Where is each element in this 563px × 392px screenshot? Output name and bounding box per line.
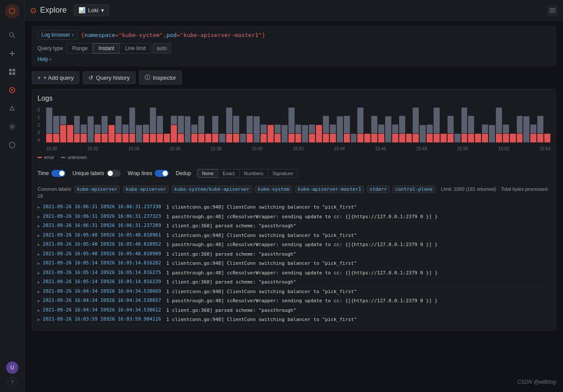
log-message: 1 passthrough.go:48] ccResolverWrapper: … (166, 270, 438, 277)
sidebar: ⬡ (0, 0, 25, 392)
tab-line-limit[interactable]: Line limit (119, 43, 151, 54)
log-entry[interactable]: ▶ 2021-09-26 16:06:31 I0926 16:06:31.237… (37, 213, 550, 222)
dedup-exact[interactable]: Exact (218, 169, 240, 178)
log-message: 1 clientconn.go:948] ClientConn switchin… (166, 288, 357, 296)
plus-icon: + (37, 74, 41, 81)
log-entry[interactable]: ▶ 2021-09-26 16:03:59 I0926 16:03:59.984… (37, 315, 550, 325)
sidebar-item-alerting[interactable] (4, 101, 20, 116)
label-tag[interactable]: kube-apiserver (75, 186, 120, 193)
chart-x-labels: 15:3015:3215:3415:3615:3815:4015:4215:44… (46, 146, 550, 151)
query-bar-top: Log browser › {namespace="kube-system",p… (37, 30, 550, 40)
log-entry[interactable]: ▶ 2021-09-26 16:05:14 I0926 16:05:14.816… (37, 278, 550, 287)
log-browser-button[interactable]: Log browser › (37, 30, 78, 40)
wrap-lines-label: Wrap lines (128, 170, 152, 176)
log-expand-arrow: ▶ (37, 242, 40, 247)
label-tag[interactable]: kube-apiserver-master1 (295, 186, 364, 193)
add-query-label: + Add query (44, 74, 74, 81)
log-expand-arrow: ▶ (37, 261, 40, 266)
label-tag[interactable]: stderr (367, 186, 390, 193)
log-expand-arrow: ▶ (37, 308, 40, 313)
log-expand-arrow: ▶ (37, 252, 40, 257)
dedup-numbers[interactable]: Numbers (239, 169, 268, 178)
log-timestamp: 2021-09-26 16:04:34 I0926 16:04:34.53861… (43, 307, 161, 313)
svg-point-12 (11, 126, 14, 128)
log-entry[interactable]: ▶ 2021-09-26 16:05:48 I0926 16:05:48.810… (37, 250, 550, 260)
grafana-logo[interactable]: ⬡ (4, 3, 20, 19)
log-controls: Time Unique labels Wrap lines Dedup None… (37, 165, 550, 182)
wrap-lines-control: Wrap lines (128, 170, 169, 177)
log-entry[interactable]: ▶ 2021-09-26 16:05:48 I0926 16:05:48.810… (37, 231, 550, 241)
time-label: Time (37, 170, 49, 176)
sidebar-item-add[interactable] (4, 46, 20, 61)
page-title-text: Explore (40, 6, 67, 15)
log-expand-arrow: ▶ (37, 298, 40, 303)
tab-instant[interactable]: Instant (93, 43, 120, 54)
svg-rect-7 (13, 69, 15, 71)
add-query-button[interactable]: + + Add query (32, 71, 79, 84)
log-entry[interactable]: ▶ 2021-09-26 16:04:34 I0926 16:04:34.538… (37, 297, 550, 306)
log-chart: 4 3 2 1 0 15:3015:3215:3415:3615:3815:40… (37, 108, 550, 151)
unique-labels-label: Unique labels (72, 170, 104, 176)
chart-y-labels: 4 3 2 1 0 (37, 108, 45, 142)
dedup-signature[interactable]: Signature (268, 169, 298, 178)
explore-icon: ⊙ (30, 6, 37, 15)
user-avatar[interactable]: U (6, 362, 18, 374)
chart-bars (46, 108, 550, 142)
help-link[interactable]: Help › (37, 54, 550, 62)
log-message: 1 client.go:360] parsed scheme: "passthr… (166, 223, 296, 230)
svg-line-3 (13, 36, 15, 38)
time-control: Time (37, 170, 65, 177)
datasource-selector[interactable]: 📊 Loki ▾ (74, 4, 109, 16)
log-message: 1 client.go:360] parsed scheme: "passthr… (166, 307, 296, 314)
common-labels-prefix: Common labels: (37, 186, 74, 192)
help-label: Help (37, 56, 48, 62)
log-timestamp: 2021-09-26 16:05:14 I0926 16:05:14.81623… (43, 279, 161, 284)
log-message: 1 passthrough.go:48] ccResolverWrapper: … (166, 241, 438, 249)
sidebar-item-dashboards[interactable] (4, 64, 20, 80)
log-entry[interactable]: ▶ 2021-09-26 16:05:48 I0926 16:05:48.810… (37, 240, 550, 250)
label-tag[interactable]: kube-system/kube-apiserver (172, 186, 252, 193)
query-type-row: Query type Range Instant Line limit auto (37, 43, 550, 54)
label-tag[interactable]: control-plane (393, 186, 435, 193)
log-message: 1 clientconn.go:948] ClientConn switchin… (166, 316, 357, 324)
log-entry[interactable]: ▶ 2021-09-26 16:05:14 I0926 16:05:14.816… (37, 259, 550, 269)
sidebar-item-search[interactable] (4, 27, 20, 43)
dedup-control: Dedup None Exact Numbers Signature (176, 169, 298, 178)
sidebar-toggle-button[interactable] (547, 5, 558, 16)
log-timestamp: 2021-09-26 16:05:48 I0926 16:05:48.81095… (43, 241, 161, 247)
unique-labels-toggle[interactable] (107, 170, 121, 177)
sidebar-item-shield[interactable] (4, 137, 20, 153)
label-tag[interactable]: kube-apiserver (123, 186, 169, 193)
query-bar: Log browser › {namespace="kube-system",p… (32, 26, 556, 66)
log-entries: ▶ 2021-09-26 16:06:31 I0926 16:06:31.237… (37, 203, 550, 325)
log-entry[interactable]: ▶ 2021-09-26 16:04:34 I0926 16:04:34.538… (37, 306, 550, 316)
time-toggle[interactable] (51, 170, 65, 177)
wrap-lines-toggle[interactable] (155, 170, 169, 177)
log-entry[interactable]: ▶ 2021-09-26 16:04:34 I0926 16:04:34.538… (37, 287, 550, 297)
log-expand-arrow: ▶ (37, 289, 40, 294)
legend-unknown: unknown (61, 155, 87, 160)
sidebar-item-explore[interactable] (4, 82, 20, 98)
label-tag[interactable]: kube-system (255, 186, 292, 193)
log-timestamp: 2021-09-26 16:06:31 I0926 16:06:31.23732… (43, 213, 161, 219)
log-expand-arrow: ▶ (37, 317, 40, 322)
legend-error: error (37, 155, 54, 160)
log-entry[interactable]: ▶ 2021-09-26 16:06:31 I0926 16:06:31.237… (37, 222, 550, 231)
svg-rect-13 (549, 8, 556, 9)
common-labels-bar: Common labels: kube-apiserver kube-apise… (37, 185, 550, 200)
log-entry[interactable]: ▶ 2021-09-26 16:05:14 I0926 16:05:14.816… (37, 269, 550, 278)
log-message: 1 passthrough.go:48] ccResolverWrapper: … (166, 213, 438, 221)
chevron-right-icon-help: › (50, 56, 51, 62)
query-history-button[interactable]: ↺ Query history (83, 71, 135, 84)
topbar: ⊙ Explore 📊 Loki ▾ (25, 0, 563, 21)
sidebar-item-help[interactable]: ? (7, 377, 17, 387)
inspector-button[interactable]: ⓘ Inspector (139, 71, 182, 84)
tab-range[interactable]: Range (67, 43, 93, 54)
page-title: ⊙ Explore (30, 6, 67, 15)
dedup-none[interactable]: None (197, 169, 218, 178)
sidebar-item-settings[interactable] (4, 119, 20, 135)
log-entry[interactable]: ▶ 2021-09-26 16:06:31 I0926 16:06:31.237… (37, 203, 550, 213)
svg-rect-9 (13, 72, 15, 75)
log-timestamp: 2021-09-26 16:03:59 I0926 16:03:59.98411… (43, 316, 161, 322)
query-input-display[interactable]: {namespace="kube-system",pod="kube-apise… (81, 32, 265, 38)
